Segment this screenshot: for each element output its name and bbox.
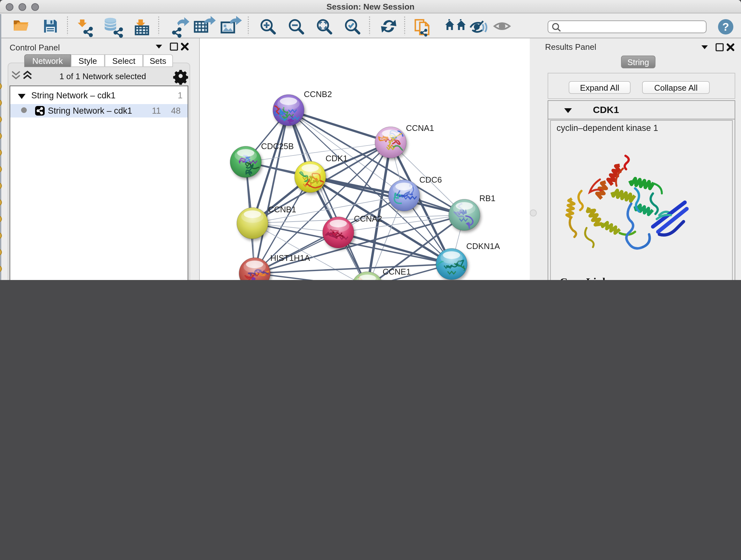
svg-text:CDC25B: CDC25B — [261, 141, 294, 151]
svg-text:CDC6: CDC6 — [419, 175, 442, 185]
svg-text:CDK1: CDK1 — [326, 153, 347, 163]
svg-text:HIST1H1A: HIST1H1A — [270, 253, 310, 263]
svg-text:CCNB2: CCNB2 — [304, 89, 332, 99]
svg-text:CCNA1: CCNA1 — [406, 123, 434, 133]
svg-text:CDKN1A: CDKN1A — [466, 241, 500, 251]
svg-text:CCNA2: CCNA2 — [354, 214, 382, 224]
svg-text:?: ? — [722, 20, 729, 33]
svg-text:RB1: RB1 — [479, 193, 495, 203]
svg-text:1 of 1 Network selected: 1 of 1 Network selected — [59, 71, 146, 81]
svg-text:CCNB1: CCNB1 — [268, 205, 296, 214]
svg-text:CCNE1: CCNE1 — [383, 267, 411, 276]
